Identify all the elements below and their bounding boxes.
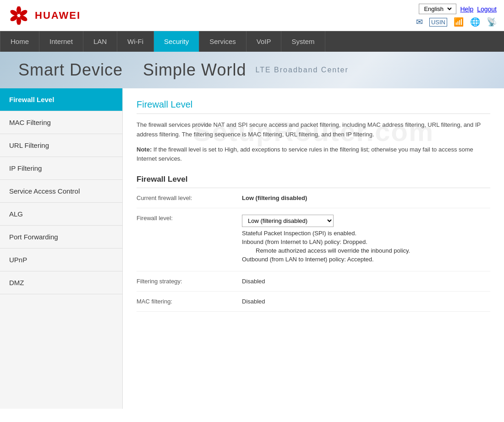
main-nav: Home Internet LAN Wi-Fi Security Service… <box>0 31 504 52</box>
banner-text1: Smart Device <box>18 60 123 79</box>
content-area: SetupRouter.com Firewall Level The firew… <box>123 88 504 409</box>
note-label: Note: <box>137 146 152 153</box>
mac-filtering-label: MAC filtering: <box>137 292 237 312</box>
policy-outbound: Outbound (from LAN to Internet) policy: … <box>242 256 486 263</box>
sidebar-item-ip-filtering[interactable]: IP Filtering <box>0 157 122 180</box>
banner: Smart Device Simple World LTE Broadband … <box>0 52 504 88</box>
content-inner: Firewall Level The firewall services pro… <box>137 99 490 312</box>
signal-icon[interactable]: 📶 <box>454 17 464 27</box>
table-row-firewall-level: Firewall level: Low (filtering disabled)… <box>137 208 490 271</box>
header: HUAWEI English Chinese Help Logout ✉ USI… <box>0 0 504 31</box>
usin-icon[interactable]: USIN <box>429 18 447 27</box>
mac-filtering-value: Disabled <box>237 292 490 312</box>
firewall-level-select[interactable]: Low (filtering disabled) Medium High <box>242 215 334 227</box>
globe-icon[interactable]: 🌐 <box>470 17 480 27</box>
policy-spi: Stateful Packet Inspection (SPI) is enab… <box>242 230 486 237</box>
header-top-row: English Chinese Help Logout <box>419 4 497 14</box>
policy-inbound: Inbound (from Internet to LAN) policy: D… <box>242 238 486 245</box>
help-link[interactable]: Help <box>460 5 473 13</box>
nav-item-system[interactable]: System <box>281 31 325 52</box>
nav-item-internet[interactable]: Internet <box>39 31 83 52</box>
form-table: Current firewall level: Low (filtering d… <box>137 188 490 312</box>
firewall-level-section: Firewall Level Current firewall level: L… <box>137 175 490 312</box>
current-level-value: Low (filtering disabled) <box>237 188 490 208</box>
nav-item-lan[interactable]: LAN <box>83 31 117 52</box>
logo-area: HUAWEI <box>7 6 81 25</box>
mail-icon[interactable]: ✉ <box>416 17 423 27</box>
brand-name: HUAWEI <box>35 10 81 22</box>
sidebar-item-upnp[interactable]: UPnP <box>0 249 122 271</box>
sidebar-item-mac-filtering[interactable]: MAC Filtering <box>0 111 122 134</box>
sidebar-item-dmz[interactable]: DMZ <box>0 271 122 294</box>
main-layout: Firewall Level MAC Filtering URL Filteri… <box>0 88 504 409</box>
wifi-icon[interactable]: 📡 <box>487 17 497 27</box>
description-text: The firewall services provide NAT and SP… <box>137 120 490 140</box>
filtering-strategy-label: Filtering strategy: <box>137 271 237 292</box>
sidebar-item-firewall-level[interactable]: Firewall Level <box>0 88 122 111</box>
sidebar: Firewall Level MAC Filtering URL Filteri… <box>0 88 123 409</box>
note-text: Note: If the firewall level is set to Hi… <box>137 145 490 164</box>
huawei-logo-icon <box>7 6 30 25</box>
header-icons: ✉ USIN 📶 🌐 📡 <box>416 17 497 27</box>
page-title: Firewall Level <box>137 99 490 114</box>
firewall-level-control: Low (filtering disabled) Medium High Sta… <box>237 208 490 271</box>
current-level-text: Low (filtering disabled) <box>242 195 307 201</box>
policy-list: Stateful Packet Inspection (SPI) is enab… <box>242 230 486 263</box>
nav-item-home[interactable]: Home <box>0 31 39 52</box>
nav-item-services[interactable]: Services <box>199 31 247 52</box>
filtering-strategy-value: Disabled <box>237 271 490 292</box>
note-content: If the firewall level is set to High, ad… <box>137 146 473 162</box>
logout-link[interactable]: Logout <box>477 5 497 13</box>
sidebar-item-alg[interactable]: ALG <box>0 203 122 226</box>
current-level-label: Current firewall level: <box>137 188 237 208</box>
nav-item-wifi[interactable]: Wi-Fi <box>117 31 154 52</box>
table-row-filtering-strategy: Filtering strategy: Disabled <box>137 271 490 292</box>
banner-text2: Simple World <box>143 60 246 79</box>
table-row-mac-filtering: MAC filtering: Disabled <box>137 292 490 312</box>
banner-text: Smart Device Simple World <box>18 60 246 80</box>
nav-item-voip[interactable]: VoIP <box>247 31 282 52</box>
table-row-current-level: Current firewall level: Low (filtering d… <box>137 188 490 208</box>
header-right: English Chinese Help Logout ✉ USIN 📶 🌐 📡 <box>416 4 497 27</box>
section-title: Firewall Level <box>137 175 490 188</box>
policy-remote: Remote authorized access will override t… <box>242 247 486 254</box>
language-selector[interactable]: English Chinese <box>419 4 456 14</box>
firewall-level-label: Firewall level: <box>137 208 237 271</box>
banner-subtitle: LTE Broadband Center <box>255 66 348 74</box>
nav-item-security[interactable]: Security <box>154 31 199 52</box>
sidebar-item-port-forwarding[interactable]: Port Forwarding <box>0 226 122 249</box>
sidebar-item-url-filtering[interactable]: URL Filtering <box>0 134 122 157</box>
sidebar-item-service-access-control[interactable]: Service Access Control <box>0 180 122 203</box>
language-dropdown[interactable]: English Chinese <box>422 5 453 13</box>
